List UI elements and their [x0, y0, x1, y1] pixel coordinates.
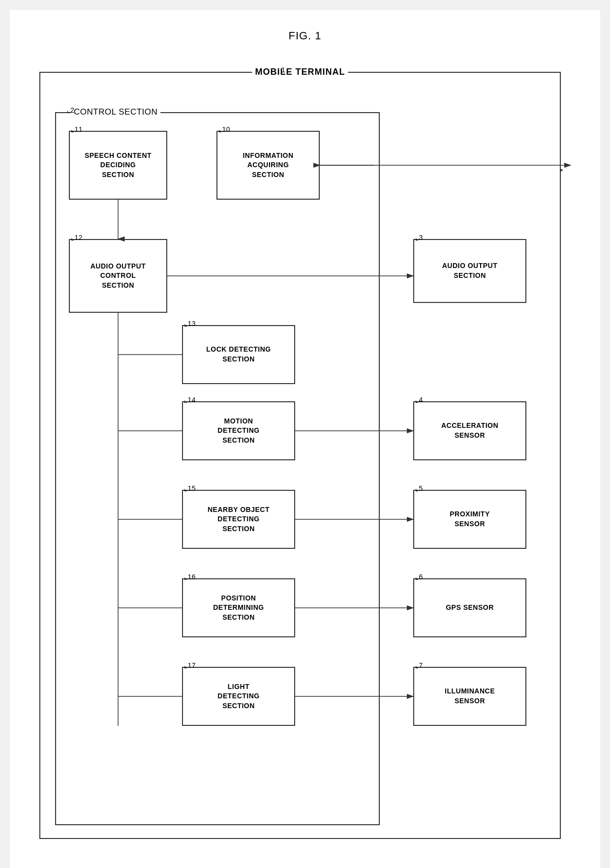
lock-detecting-box: ⌞13 LOCK DETECTINGSECTION [182, 325, 295, 384]
ref-17: ⌞17 [184, 661, 196, 671]
illuminance-sensor-box: ⌞7 ILLUMINANCESENSOR [413, 667, 526, 726]
ref-7: ⌞7 [415, 661, 423, 671]
ref-6: ⌞6 [415, 572, 423, 582]
lock-detecting-label: LOCK DETECTINGSECTION [206, 345, 271, 364]
information-acquiring-box: ⌞10 INFORMATIONACQUIRINGSECTION [216, 131, 320, 200]
ref-1: 1 [281, 66, 285, 74]
ref-3: ⌞3 [415, 233, 423, 243]
control-section-label: CONTROL SECTION [71, 107, 160, 117]
page: FIG. 1 [10, 10, 600, 868]
ref-15: ⌞15 [184, 484, 196, 494]
motion-detecting-box: ⌞14 MOTIONDETECTINGSECTION [182, 401, 295, 460]
light-detecting-box: ⌞17 LIGHTDETECTINGSECTION [182, 667, 295, 726]
position-determining-label: POSITIONDETERMININGSECTION [213, 594, 264, 623]
ref-14: ⌞14 [184, 395, 196, 405]
speech-content-box: ⌞11 SPEECH CONTENTDECIDINGSECTION [69, 131, 167, 200]
ref-16: ⌞16 [184, 572, 196, 582]
diagram: MOBILE TERMINAL 1 CONTROL SECTION ⌞2 ⌞11… [39, 57, 571, 854]
illuminance-sensor-label: ILLUMINANCESENSOR [445, 687, 495, 706]
acceleration-sensor-label: ACCELERATIONSENSOR [441, 421, 498, 440]
position-determining-box: ⌞16 POSITIONDETERMININGSECTION [182, 578, 295, 637]
speech-content-label: SPEECH CONTENTDECIDINGSECTION [85, 151, 152, 180]
mobile-terminal-label: MOBILE TERMINAL [252, 67, 348, 77]
audio-output-label: AUDIO OUTPUTSECTION [442, 261, 498, 280]
ref-4: ⌞4 [415, 395, 423, 405]
acceleration-sensor-box: ⌞4 ACCELERATIONSENSOR [413, 401, 526, 460]
figure-title: FIG. 1 [39, 30, 571, 42]
information-acquiring-label: INFORMATIONACQUIRINGSECTION [243, 151, 293, 180]
motion-detecting-label: MOTIONDETECTINGSECTION [217, 417, 259, 446]
ref-10: ⌞10 [218, 125, 230, 135]
ref-12: ⌞12 [71, 233, 83, 243]
audio-output-box: ⌞3 AUDIO OUTPUTSECTION [413, 239, 526, 303]
ref-11: ⌞11 [71, 125, 83, 135]
light-detecting-label: LIGHTDETECTINGSECTION [217, 682, 259, 711]
nearby-object-label: NEARBY OBJECTDETECTINGSECTION [208, 505, 270, 534]
ref-13: ⌞13 [184, 319, 196, 329]
proximity-sensor-box: ⌞5 PROXIMITYSENSOR [413, 490, 526, 549]
audio-output-control-box: ⌞12 AUDIO OUTPUTCONTROLSECTION [69, 239, 167, 313]
gps-sensor-label: GPS SENSOR [446, 603, 494, 613]
gps-sensor-box: ⌞6 GPS SENSOR [413, 578, 526, 637]
ref-2: ⌞2 [67, 106, 74, 114]
audio-output-control-label: AUDIO OUTPUTCONTROLSECTION [91, 262, 146, 291]
nearby-object-box: ⌞15 NEARBY OBJECTDETECTINGSECTION [182, 490, 295, 549]
ref-5: ⌞5 [415, 484, 423, 494]
proximity-sensor-label: PROXIMITYSENSOR [450, 509, 490, 529]
